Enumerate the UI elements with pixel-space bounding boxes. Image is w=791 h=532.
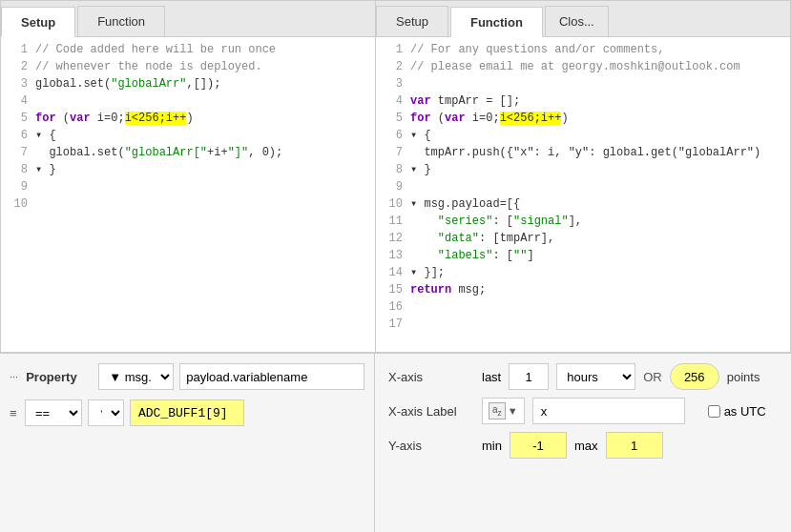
left-tab-bar: Setup Function: [1, 1, 375, 37]
code-line: 10: [1, 195, 375, 213]
points-label: points: [727, 370, 760, 384]
xaxis-row: X-axis last hours minutes seconds OR poi…: [388, 363, 778, 390]
right-tab-function[interactable]: Function: [450, 7, 543, 37]
xaxis-last-input[interactable]: [509, 363, 549, 390]
code-line: 7 tmpArr.push({"x": i, "y": global.get("…: [376, 144, 790, 161]
equals-icon: ≡: [10, 406, 19, 420]
code-line: 17: [376, 316, 790, 333]
right-code-area[interactable]: 1 // For any questions and/or comments, …: [376, 37, 790, 352]
left-tab-function[interactable]: Function: [77, 6, 165, 36]
property-input[interactable]: [179, 363, 364, 390]
max-label: max: [574, 439, 598, 453]
code-line: 2 // please email me at georgy.moshkin@o…: [376, 58, 790, 75]
code-line: 8 ▾ }: [1, 161, 375, 178]
code-line: 1 // For any questions and/or comments,: [376, 41, 790, 58]
code-line: 8 ▾ }: [376, 161, 790, 178]
yaxis-max-input[interactable]: [606, 432, 663, 459]
yaxis-label: Y-axis: [388, 439, 474, 453]
left-panel: Setup Function 1 // Code added here will…: [0, 0, 375, 353]
yaxis-min-input[interactable]: [510, 432, 567, 459]
code-line: 4: [1, 92, 375, 110]
min-label: min: [482, 439, 502, 453]
code-line: 5 for (var i=0;i<256;i++): [376, 110, 790, 127]
code-line: 16: [376, 298, 790, 316]
code-line: 5 for (var i=0;i<256;i++): [1, 110, 375, 127]
condition-row: ≡ == ▼ az: [10, 399, 364, 426]
property-type-dropdown[interactable]: ▼ msg.: [98, 363, 174, 390]
right-panel: Setup Function Clos... 1 // For any ques…: [375, 0, 791, 353]
value-type-dropdown[interactable]: ▼ az: [88, 399, 124, 426]
xaxis-points-input[interactable]: [670, 363, 719, 390]
right-tab-bar: Setup Function Clos...: [376, 1, 790, 37]
code-line: 10 ▾ msg.payload=[{: [376, 195, 790, 213]
utc-row: as UTC: [708, 404, 766, 419]
xaxis-label-row: X-axis Label az ▼ as UTC: [388, 398, 778, 424]
left-code-area[interactable]: 1 // Code added here will be run once 2 …: [1, 37, 375, 352]
hours-dropdown[interactable]: hours minutes seconds: [556, 363, 635, 390]
bottom-right: X-axis last hours minutes seconds OR poi…: [375, 354, 791, 532]
or-label: OR: [643, 370, 662, 384]
code-line: 1 // Code added here will be run once: [1, 41, 375, 58]
bottom-area: ··· Property ▼ msg. ≡ == ▼ az X-axis las…: [0, 353, 791, 532]
label-type-dropdown[interactable]: az ▼: [482, 398, 525, 424]
xaxis-label: X-axis: [388, 370, 474, 384]
left-tab-setup[interactable]: Setup: [1, 7, 75, 37]
code-line: 9: [376, 178, 790, 195]
code-line: 13 "labels": [""]: [376, 247, 790, 264]
code-line: 7 global.set("globalArr["+i+"]", 0);: [1, 144, 375, 161]
code-line: 2 // whenever the node is deployed.: [1, 58, 375, 75]
utc-checkbox[interactable]: [708, 405, 720, 418]
dots-icon: ···: [10, 371, 18, 382]
right-tab-close[interactable]: Clos...: [545, 6, 609, 36]
bottom-left: ··· Property ▼ msg. ≡ == ▼ az: [0, 354, 375, 532]
xaxis-label-input[interactable]: [532, 398, 685, 424]
code-line: 9: [1, 178, 375, 195]
code-line: 3: [376, 75, 790, 92]
code-line: 11 "series": ["signal"],: [376, 213, 790, 230]
code-line: 12 "data": [tmpArr],: [376, 230, 790, 247]
right-tab-setup[interactable]: Setup: [376, 6, 448, 36]
last-label: last: [482, 370, 501, 384]
code-line: 6 ▾ {: [376, 127, 790, 144]
value-input[interactable]: [130, 399, 244, 426]
utc-label: as UTC: [724, 404, 766, 419]
code-line: 15 return msg;: [376, 281, 790, 298]
property-label: Property: [26, 370, 93, 384]
code-line: 14 ▾ }];: [376, 264, 790, 281]
code-line: 6 ▾ {: [1, 127, 375, 144]
condition-dropdown[interactable]: ==: [25, 399, 82, 426]
xaxis-label-label: X-axis Label: [388, 404, 474, 419]
code-line: 4 var tmpArr = [];: [376, 92, 790, 110]
property-row: ··· Property ▼ msg.: [10, 363, 364, 390]
code-line: 3 global.set("globalArr",[]);: [1, 75, 375, 92]
yaxis-row: Y-axis min max: [388, 432, 778, 459]
